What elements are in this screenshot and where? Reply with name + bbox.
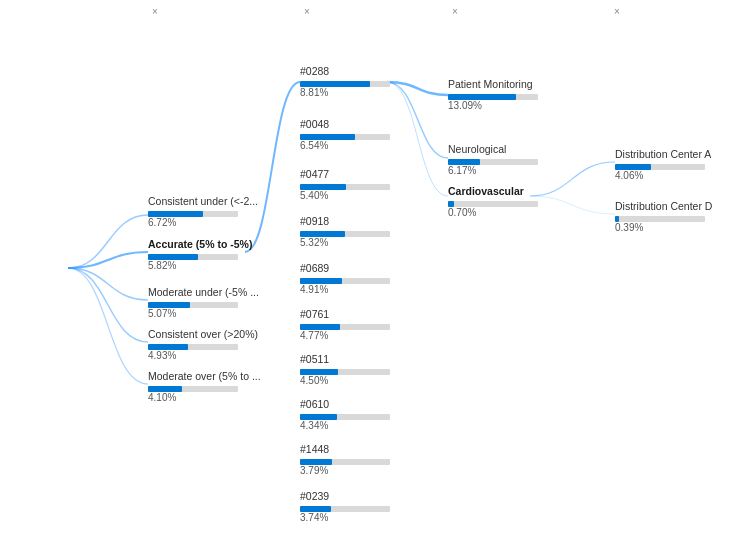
filter-plant-close[interactable]: × [304, 6, 310, 17]
node-pct-p10: 3.74% [300, 512, 390, 524]
node-fb3[interactable]: Moderate under (-5% ...5.07% [148, 286, 259, 320]
node-label-fb4: Consistent over (>20%) [148, 328, 258, 342]
bar-fill-p9 [300, 459, 332, 465]
bar-container-fb5 [148, 386, 238, 392]
node-pct-p3: 5.40% [300, 190, 390, 202]
filter-dist-center-close[interactable]: × [614, 6, 620, 17]
node-fb1[interactable]: Consistent under (<-2...6.72% [148, 195, 258, 229]
node-pct-dc2: 0.39% [615, 222, 712, 234]
bar-fill-fb4 [148, 344, 188, 350]
node-label-p8: #0610 [300, 398, 390, 412]
node-p8[interactable]: #06104.34% [300, 398, 390, 432]
node-p1[interactable]: #02888.81% [300, 65, 390, 99]
node-label-p2: #0048 [300, 118, 390, 132]
bar-fill-p2 [300, 134, 355, 140]
node-p3[interactable]: #04775.40% [300, 168, 390, 202]
node-pct-p1: 8.81% [300, 87, 390, 99]
bar-fill-fb3 [148, 302, 190, 308]
bar-fill-fb2 [148, 254, 198, 260]
bar-container-dc1 [615, 164, 705, 170]
bar-fill-p8 [300, 414, 337, 420]
bar-fill-p10 [300, 506, 331, 512]
bar-fill-p6 [300, 324, 340, 330]
bar-container-dc2 [615, 216, 705, 222]
node-pct-p8: 4.34% [300, 420, 390, 432]
bar-container-p3 [300, 184, 390, 190]
node-p7[interactable]: #05114.50% [300, 353, 390, 387]
bar-container-pt2 [448, 159, 538, 165]
bar-fill-p3 [300, 184, 346, 190]
bar-fill-fb1 [148, 211, 203, 217]
bar-container-p1 [300, 81, 390, 87]
node-dc1[interactable]: Distribution Center A4.06%+ [615, 148, 711, 182]
bar-fill-pt2 [448, 159, 480, 165]
node-pct-p5: 4.91% [300, 284, 390, 296]
node-label-p1: #0288 [300, 65, 390, 79]
bar-container-p9 [300, 459, 390, 465]
bar-fill-p5 [300, 278, 342, 284]
bar-fill-fb5 [148, 386, 182, 392]
node-pct-dc1: 4.06% [615, 170, 711, 182]
node-p9[interactable]: #14483.79% [300, 443, 390, 477]
node-label-p7: #0511 [300, 353, 390, 367]
node-label-pt2: Neurological [448, 143, 538, 157]
node-pct-pt1: 13.09% [448, 100, 538, 112]
node-pt1[interactable]: Patient Monitoring13.09% [448, 78, 538, 112]
node-pct-pt2: 6.17% [448, 165, 538, 177]
bar-container-pt1 [448, 94, 538, 100]
sankey-container: × × × × Consistent under (<-2...6.72%Acc… [0, 0, 750, 560]
node-label-p5: #0689 [300, 262, 390, 276]
bar-container-p6 [300, 324, 390, 330]
node-pct-fb1: 6.72% [148, 217, 258, 229]
filter-plant: × [300, 6, 310, 19]
filter-dist-center: × [610, 6, 620, 19]
node-label-fb5: Moderate over (5% to ... [148, 370, 261, 384]
node-fb5[interactable]: Moderate over (5% to ...4.10% [148, 370, 261, 404]
bar-fill-pt1 [448, 94, 516, 100]
bar-container-p4 [300, 231, 390, 237]
node-p5[interactable]: #06894.91% [300, 262, 390, 296]
node-dc2[interactable]: Distribution Center D0.39%+ [615, 200, 712, 234]
node-fb2[interactable]: Accurate (5% to -5%)5.82% [148, 238, 252, 272]
node-p2[interactable]: #00486.54% [300, 118, 390, 152]
bar-fill-dc1 [615, 164, 651, 170]
node-label-p4: #0918 [300, 215, 390, 229]
filter-product-type-close[interactable]: × [452, 6, 458, 17]
bar-container-p5 [300, 278, 390, 284]
node-p4[interactable]: #09185.32% [300, 215, 390, 249]
node-label-dc2: Distribution Center D [615, 200, 712, 214]
node-pct-pt3: 0.70% [448, 207, 538, 219]
node-pct-fb3: 5.07% [148, 308, 259, 320]
bar-fill-p4 [300, 231, 345, 237]
bar-fill-pt3 [448, 201, 454, 207]
node-pct-fb2: 5.82% [148, 260, 252, 272]
node-label-p6: #0761 [300, 308, 390, 322]
node-fb4[interactable]: Consistent over (>20%)4.93% [148, 328, 258, 362]
node-label-fb2: Accurate (5% to -5%) [148, 238, 252, 252]
bar-container-fb3 [148, 302, 238, 308]
node-pct-fb5: 4.10% [148, 392, 261, 404]
node-label-pt1: Patient Monitoring [448, 78, 538, 92]
node-label-p3: #0477 [300, 168, 390, 182]
node-pct-p9: 3.79% [300, 465, 390, 477]
filter-product-type: × [448, 6, 458, 19]
node-pt3[interactable]: Cardiovascular0.70% [448, 185, 538, 219]
bar-container-p10 [300, 506, 390, 512]
node-label-pt3: Cardiovascular [448, 185, 538, 199]
filter-forecast-bias-close[interactable]: × [152, 6, 158, 17]
node-label-fb3: Moderate under (-5% ... [148, 286, 259, 300]
node-pct-p6: 4.77% [300, 330, 390, 342]
node-pct-p7: 4.50% [300, 375, 390, 387]
node-pct-p4: 5.32% [300, 237, 390, 249]
bar-container-fb1 [148, 211, 238, 217]
bar-container-pt3 [448, 201, 538, 207]
bar-container-p7 [300, 369, 390, 375]
node-p6[interactable]: #07614.77% [300, 308, 390, 342]
node-label-fb1: Consistent under (<-2... [148, 195, 258, 209]
bar-fill-dc2 [615, 216, 619, 222]
bar-container-fb2 [148, 254, 238, 260]
filter-forecast-bias: × [148, 6, 158, 19]
node-label-p9: #1448 [300, 443, 390, 457]
node-pt2[interactable]: Neurological6.17% [448, 143, 538, 177]
node-p10[interactable]: #02393.74% [300, 490, 390, 524]
